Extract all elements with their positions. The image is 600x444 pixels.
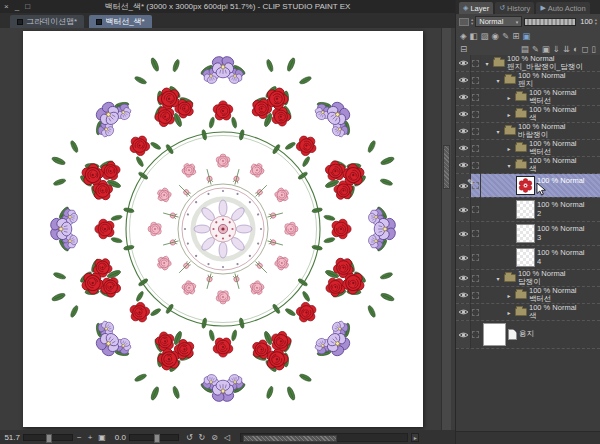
expand-arrow-icon[interactable]: ▸ [505,292,513,299]
layer-folder-icon [515,291,527,299]
expand-arrow-icon[interactable]: ▸ [505,111,513,118]
combine-mode-stepper[interactable]: ▴▾ [471,18,473,25]
opacity-stepper[interactable]: ▴▾ [595,18,597,25]
layer-lock-column [471,270,481,286]
zoom-in-button[interactable]: + [87,433,94,442]
rotate-left-button[interactable]: ↺ [185,433,194,442]
visibility-eye-icon[interactable] [458,274,469,282]
layer-badge-placeholder [472,309,479,316]
expand-arrow-icon[interactable]: ▸ [505,309,513,316]
rotate-right-button[interactable]: ↻ [198,433,207,442]
tab-auto-action-label: Auto Action [548,4,586,13]
canvas-horizontal-scrollbar[interactable] [240,433,408,442]
layer-folder-row[interactable]: ▾100 % Normal바람쟁이 [456,123,600,140]
title-bar: ×_□ 백터선_색* (3000 x 3000px 600dpi 51.7%) … [0,0,455,13]
zoom-out-button[interactable]: − [76,433,83,442]
merge-with-lower-layer-icon[interactable]: ⇊ [563,44,570,54]
layer-folder-row[interactable]: ▾100 % Normal색 [456,157,600,174]
tab-layer[interactable]: ◈Layer [459,2,493,14]
visibility-eye-icon[interactable] [458,76,469,84]
transfer-to-lower-layer-icon[interactable]: ⇓ [553,44,560,54]
visibility-eye-icon[interactable] [458,127,469,135]
visibility-eye-icon[interactable] [458,93,469,101]
layer-folder-row[interactable]: ▾100 % Normal팬지 [456,72,600,89]
visibility-eye-icon[interactable] [458,144,469,152]
draft-layer-icon[interactable]: ✎ [502,31,509,41]
document-tab-0[interactable]: 그라데이션맵* [10,15,84,28]
visibility-eye-icon[interactable] [458,59,469,67]
visibility-eye-icon[interactable] [458,206,469,214]
collapse-arrow-icon[interactable]: ▾ [505,162,513,169]
flip-horizontal-button[interactable]: ◁ [223,433,231,442]
zoom-slider[interactable] [23,434,73,441]
layer-thumbnail-rose[interactable] [516,176,535,195]
layer-thumbnail[interactable] [516,224,535,243]
canvas-vertical-scrollbar[interactable] [441,28,451,430]
horizontal-scrollbar-thumb[interactable] [243,435,337,442]
combine-mode-icon[interactable] [459,18,469,26]
layer-folder-row[interactable]: ▸100 % Normal색 [456,106,600,123]
expand-arrow-icon[interactable]: ▸ [505,94,513,101]
new-vector-layer-icon[interactable]: ✎ [532,44,539,54]
tab-auto-action[interactable]: ▶Auto Action [536,2,589,14]
fit-to-screen-button[interactable]: ▣ [97,433,107,442]
visibility-eye-icon[interactable] [458,331,469,339]
lock-transparent-pixels-icon[interactable]: ▨ [481,31,489,41]
reference-layer-icon[interactable]: ⊞ [512,31,519,41]
create-layer-mask-icon[interactable]: ◐ [573,44,578,54]
visibility-eye-icon[interactable] [458,308,469,316]
minimize-window-button[interactable]: _ [15,2,19,11]
rotation-slider[interactable] [129,434,179,441]
layer-thumbnail[interactable] [516,248,535,267]
new-layer-folder-icon[interactable]: ▣ [542,44,550,54]
delete-layer-icon[interactable]: ▯ [591,44,596,54]
blend-mode-dropdown[interactable]: Normal ▾ [475,16,522,27]
clip-to-layer-below-icon[interactable]: ◈ [460,31,467,41]
expand-arrow-icon[interactable]: ▸ [505,145,513,152]
reset-rotation-button[interactable]: ⊘ [210,433,219,442]
paper-layer-thumbnail[interactable] [483,323,506,346]
close-window-button[interactable]: × [4,2,9,11]
collapse-arrow-icon[interactable]: ▾ [483,60,491,67]
opacity-slider[interactable] [524,18,575,26]
layer-thumbnail[interactable] [516,200,535,219]
layer-folder-row[interactable]: ▾100 % Normal담쟁이 [456,270,600,287]
enable-mask-icon[interactable]: ◉ [492,31,499,41]
layer-folder-row[interactable]: ▸100 % Normal백터선 [456,140,600,157]
canvas-page[interactable] [23,31,423,427]
layer-color-icon[interactable]: ▣ [522,31,530,41]
paper-layer-row[interactable]: 용지 [456,321,600,349]
layer-folder-row[interactable]: ▸100 % Normal백터선 [456,287,600,304]
layer-badge-placeholder [472,145,479,152]
document-tab-1[interactable]: 백터선_색* [89,15,152,28]
palette-menu-icon[interactable]: ⊟ [460,44,467,54]
visibility-gutter [456,89,471,105]
layer-row[interactable]: 100 % Normal3 [456,222,600,246]
new-raster-layer-icon[interactable]: ▤ [521,44,529,54]
collapse-arrow-icon[interactable]: ▾ [494,77,502,84]
collapse-arrow-icon[interactable]: ▾ [494,275,502,282]
maximize-window-button[interactable]: □ [25,2,30,11]
visibility-eye-icon[interactable] [458,161,469,169]
apply-mask-icon[interactable]: ◻ [581,44,588,54]
visibility-eye-icon[interactable] [458,254,469,262]
editing-pencil-icon: ✎ [467,178,474,187]
tab-history[interactable]: ↺History [495,2,534,14]
visibility-eye-icon[interactable] [458,110,469,118]
layer-folder-row[interactable]: ▸100 % Normal색 [456,304,600,321]
layer-folder-row[interactable]: ▾100 % Normal팬지_바람쟁이_담쟁이 [456,55,600,72]
vertical-scrollbar-thumb[interactable] [443,145,450,189]
collapse-arrow-icon[interactable]: ▾ [494,128,502,135]
layer-row[interactable]: 100 % Normal4 [456,246,600,270]
scroll-right-arrow[interactable]: ▸ [411,433,419,442]
tab-thumbnail-icon [96,19,102,25]
layer-row[interactable]: 100 % Normal2 [456,198,600,222]
visibility-eye-icon[interactable] [458,291,469,299]
layer-name: 팬지_바람쟁이_담쟁이 [507,63,583,72]
lock-layer-icon[interactable]: ◧ [470,31,478,41]
layer-row[interactable]: ✎100 % Normal1 [456,174,600,198]
visibility-eye-icon[interactable] [458,230,469,238]
layer-row-text: 100 % Normal담쟁이 [518,270,566,287]
layer-folder-row[interactable]: ▸100 % Normal백터선 [456,89,600,106]
tab-layer-label: Layer [470,4,489,13]
